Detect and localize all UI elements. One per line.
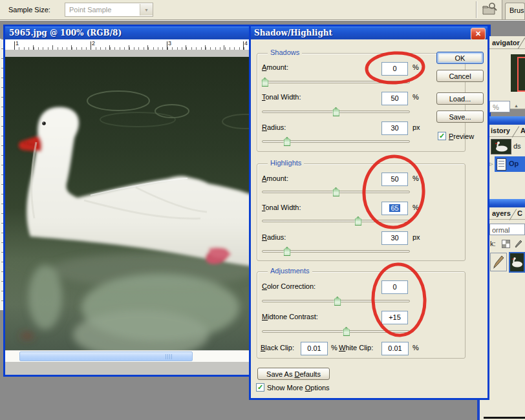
slider-thumb[interactable] (283, 247, 290, 256)
preview-checkbox[interactable]: ✓ (438, 132, 446, 140)
shadows-radius-slider[interactable] (262, 136, 410, 147)
lock-paint-icon[interactable] (514, 239, 523, 248)
shadows-tonal-slider[interactable] (262, 107, 410, 117)
zoom-out-icon[interactable]: ▲ (514, 103, 519, 108)
lock-label: k: (490, 240, 496, 247)
history-pointer-icon: ▷ (489, 162, 493, 167)
ruler-number: 2 (92, 40, 95, 47)
highlights-radius-unit: px (412, 233, 420, 241)
shadows-amount-input[interactable]: 0 (381, 62, 408, 76)
dialog-titlebar[interactable]: Shadow/Highlight ✕ (251, 26, 488, 39)
midtone-contrast-input[interactable]: +15 (381, 311, 408, 324)
slider-track[interactable] (262, 81, 410, 83)
layer-edit-indicator[interactable] (490, 253, 507, 271)
highlights-tonal-label: Tonal Width: (262, 204, 301, 211)
tab-actions[interactable]: A (520, 127, 525, 134)
white-clip-label: White Clip: (339, 344, 373, 352)
highlights-amount-input[interactable]: 50 (381, 173, 408, 186)
brushes-tab-label: Brus (509, 6, 524, 14)
slider-track[interactable] (262, 220, 410, 222)
sample-size-dropdown[interactable]: Point Sample ▼ (65, 3, 153, 17)
load-button[interactable]: Load... (436, 92, 484, 105)
slider-thumb[interactable] (332, 107, 339, 116)
layers-palette-titlebar[interactable] (489, 199, 525, 207)
highlights-tonal-slider[interactable] (262, 216, 410, 226)
tab-history[interactable]: istory (489, 125, 525, 137)
white-clip-input[interactable]: 0.01 (381, 342, 409, 355)
black-clip-unit: % (331, 344, 338, 352)
label-text: review (453, 132, 474, 140)
black-clip-input[interactable]: 0.01 (301, 342, 328, 355)
history-state-label: Op (509, 160, 519, 167)
label-text: Save As (266, 370, 294, 378)
history-brush-well[interactable]: ▷ (489, 156, 495, 172)
slider-thumb[interactable] (283, 137, 290, 146)
cancel-button[interactable]: Cancel (436, 70, 484, 82)
shadows-amount-slider[interactable] (262, 77, 410, 87)
ruler-number: 1 (16, 40, 19, 47)
label-text: mount: (266, 63, 288, 71)
chevron-down-icon[interactable]: ▼ (140, 4, 153, 16)
label-text: adius: (267, 123, 286, 131)
tab-brushes[interactable]: Brus (505, 3, 525, 19)
navigator-proxy-rect[interactable] (517, 57, 525, 92)
history-tab-label: istory (491, 127, 510, 134)
close-button[interactable]: ✕ (471, 28, 486, 39)
tab-navigator[interactable]: avigator (489, 36, 525, 49)
black-clip-value: 0.01 (307, 344, 321, 352)
highlights-amount-slider[interactable] (262, 187, 410, 197)
label-text: adius: (267, 233, 286, 241)
color-correction-slider[interactable] (262, 296, 410, 306)
brush-icon (491, 253, 506, 270)
navigator-thumbnail[interactable] (511, 54, 525, 92)
highlights-radius-slider[interactable] (262, 246, 410, 257)
lock-transparency-icon[interactable] (502, 240, 510, 248)
navigator-zoom-value: % (493, 103, 499, 111)
label-mnemonic: R (262, 233, 267, 241)
slider-thumb[interactable] (334, 297, 341, 306)
tab-channels[interactable]: C (517, 209, 522, 217)
layer-thumbnail[interactable] (509, 252, 525, 273)
highlights-tonal-value-selected: 65 (389, 204, 400, 212)
blend-mode-value: ormal (492, 226, 510, 234)
save-button[interactable]: Save... (436, 110, 484, 123)
shadows-tonal-input[interactable]: 50 (381, 92, 408, 105)
navigator-zoom-input[interactable]: % (489, 101, 510, 112)
midtone-contrast-slider[interactable] (262, 326, 410, 337)
slider-thumb[interactable] (332, 187, 339, 196)
slider-thumb[interactable] (354, 216, 361, 226)
highlights-legend: Highlights (268, 159, 304, 167)
show-more-options-checkbox[interactable]: ✓ (256, 383, 264, 392)
preview-label: Preview (449, 132, 474, 140)
shadows-tonal-label: Tonal Width: (262, 93, 301, 101)
ok-button[interactable]: OK (436, 52, 484, 64)
shadows-tonal-unit: % (412, 93, 419, 101)
options-bar: Sample Size: Point Sample ▼ Brus (0, 0, 525, 20)
layer-row[interactable] (489, 252, 525, 274)
label-text: idtone Contrast: (268, 313, 318, 320)
save-as-defaults-button[interactable]: Save As Defaults (257, 368, 330, 380)
load-label: Load... (449, 95, 471, 103)
scrollbar-thumb[interactable] (19, 352, 193, 361)
shadows-legend: Shadows (268, 48, 302, 56)
history-palette-titlebar[interactable] (489, 116, 525, 125)
history-state-row[interactable]: ▷ Op (489, 156, 525, 172)
slider-thumb[interactable] (261, 78, 268, 87)
shadows-radius-input[interactable]: 30 (381, 121, 408, 135)
label-text: lack Clip: (265, 344, 294, 352)
highlights-radius-input[interactable]: 30 (381, 231, 408, 245)
history-snapshot-row[interactable]: ds (489, 138, 525, 155)
color-correction-input[interactable]: 0 (381, 280, 408, 294)
blend-mode-dropdown[interactable]: ormal (489, 224, 525, 235)
highlights-amount-value: 50 (391, 175, 398, 183)
file-browser-button[interactable] (481, 1, 499, 18)
check-icon: ✓ (257, 383, 263, 391)
shadows-radius-unit: px (412, 123, 420, 131)
photoshop-screen: Sample Size: Point Sample ▼ Brus 5965.jp… (0, 0, 525, 420)
sample-size-value: Point Sample (65, 6, 140, 14)
highlights-amount-label: Amount: (262, 174, 288, 182)
slider-thumb[interactable] (343, 327, 350, 336)
highlights-tonal-input[interactable]: 65 (381, 202, 408, 215)
white-clip-unit: % (412, 344, 419, 352)
slider-track[interactable] (262, 330, 410, 333)
